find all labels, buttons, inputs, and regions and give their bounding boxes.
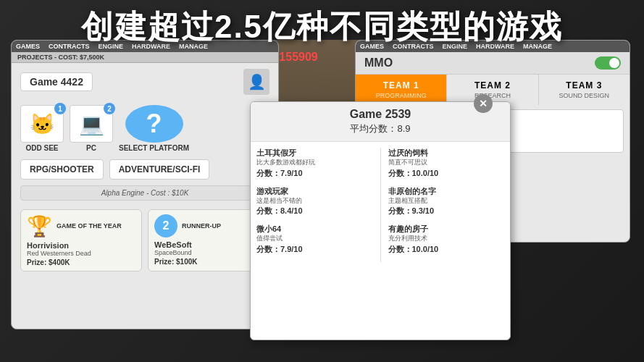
- money-display: -155909: [275, 51, 318, 64]
- review-0-source: 土耳其假牙: [256, 148, 373, 159]
- popup-game-title: Game 2539: [259, 108, 501, 121]
- goty-card: 🏆 Game of the Year Horrivision Red Weste…: [20, 209, 142, 272]
- awards-section: 🏆 Game of the Year Horrivision Red Weste…: [12, 203, 278, 277]
- reviews-divider: [380, 148, 381, 262]
- runner-top: 2 Runner-up: [154, 214, 221, 237]
- popup-content: 土耳其假牙 比大多数游戏都好玩 分数：7.9/10 游戏玩家 这是相当不错的 分…: [251, 142, 510, 268]
- review-r-0-source: 过厌的饲料: [388, 148, 505, 159]
- person-icon: 👤: [243, 69, 269, 95]
- mmo-header: MMO: [356, 52, 630, 75]
- review-r-2-desc: 充分利用技术: [388, 235, 505, 243]
- main-title: 创建超过2.5亿种不同类型的游戏: [0, 6, 644, 49]
- review-r-1-score: 分数：9.3/10: [388, 206, 505, 216]
- pc-label: PC: [86, 144, 96, 152]
- review-1-score: 分数：8.4/10: [256, 206, 373, 216]
- oddsee-icon[interactable]: 🐱 1: [20, 105, 64, 143]
- select-platform-item: ? Select Platform: [119, 105, 189, 152]
- select-platform-label: Select Platform: [119, 144, 189, 152]
- goty-prize: Prize: $400K: [27, 258, 70, 266]
- reviews-left: 土耳其假牙 比大多数游戏都好玩 分数：7.9/10 游戏玩家 这是相当不错的 分…: [256, 148, 373, 262]
- goty-top: 🏆 Game of the Year: [27, 214, 122, 238]
- projects-bar: PROJECTS - COST: $7,500K: [12, 52, 278, 63]
- review-r-1-desc: 主题相互搭配: [388, 197, 505, 206]
- review-2-desc: 值得尝试: [256, 235, 373, 243]
- oddsee-label: Odd See: [25, 144, 58, 152]
- review-0-score: 分数：7.9/10: [256, 168, 373, 179]
- review-r-0-score: 分数：10.0/10: [388, 168, 505, 179]
- engine-bar: Alpha Engine - Cost : $10K: [20, 185, 269, 201]
- genre-row: RPG/Shooter Adventure/Sci-Fi: [12, 156, 278, 182]
- team-3-role: Sound Design: [545, 92, 624, 99]
- runner-product: SpaceBound: [154, 249, 192, 256]
- genre-rpg[interactable]: RPG/Shooter: [20, 159, 104, 180]
- oddsee-badge: 1: [54, 103, 66, 114]
- trophy-icon: 🏆: [27, 214, 52, 238]
- mmo-title: MMO: [364, 56, 393, 70]
- genre-adventure[interactable]: Adventure/Sci-Fi: [109, 159, 210, 180]
- left-panel: Games Contracts Engine Hardware Manage P…: [11, 40, 279, 329]
- review-r-2-source: 有趣的房子: [388, 224, 505, 235]
- team-1-name: Team 1: [361, 80, 440, 90]
- review-r-2-score: 分数：10.0/10: [388, 244, 505, 255]
- pc-badge: 2: [104, 103, 115, 114]
- review-r-0: 过厌的饲料 简直不可思议 分数：10.0/10: [388, 148, 505, 179]
- team-2-role: Research: [453, 92, 532, 99]
- pc-icon[interactable]: 💻 2: [70, 105, 113, 143]
- runner-badge: 2: [154, 214, 177, 237]
- team-2-name: Team 2: [453, 80, 532, 90]
- goty-company: Horrivision: [27, 241, 69, 250]
- team-3-name: Team 3: [545, 80, 624, 90]
- platform-oddsee: 🐱 1 Odd See: [20, 105, 64, 152]
- review-1-source: 游戏玩家: [256, 186, 373, 197]
- goty-product: Red Westerners Dead: [27, 250, 91, 257]
- teams-row: Team 1 Programming Team 2 Research Team …: [356, 75, 630, 105]
- toggle-track: [595, 56, 621, 70]
- reviews-right: 过厌的饲料 简直不可思议 分数：10.0/10 非原创的名字 主题相互搭配 分数…: [388, 148, 505, 262]
- platforms-row: 🐱 1 Odd See 💻 2 PC ? Select Platform: [12, 101, 278, 156]
- review-r-1-source: 非原创的名字: [388, 186, 505, 197]
- review-r-1: 非原创的名字 主题相互搭配 分数：9.3/10: [388, 186, 505, 217]
- game-popup: Game 2539 平均分数：8.9 土耳其假牙 比大多数游戏都好玩 分数：7.…: [250, 101, 511, 340]
- review-2: 微小64 值得尝试 分数：7.9/10: [256, 224, 373, 255]
- team-3-card[interactable]: Team 3 Sound Design: [539, 75, 630, 105]
- review-r-2: 有趣的房子 充分利用技术 分数：10.0/10: [388, 224, 505, 255]
- team-1-role: Programming: [361, 92, 440, 99]
- review-1-desc: 这是相当不错的: [256, 197, 373, 206]
- close-popup-button[interactable]: ✕: [474, 94, 493, 113]
- runner-title: Runner-up: [182, 222, 221, 230]
- game-title-row: Game 4422 👤: [12, 63, 278, 101]
- mmo-toggle[interactable]: [595, 56, 621, 70]
- review-0: 土耳其假牙 比大多数游戏都好玩 分数：7.9/10: [256, 148, 373, 179]
- team-1-card[interactable]: Team 1 Programming: [356, 75, 447, 105]
- runner-company: WeBeSoft: [154, 240, 192, 249]
- platform-pc: 💻 2 PC: [70, 105, 113, 152]
- review-2-source: 微小64: [256, 224, 373, 235]
- team-2-card[interactable]: Team 2 Research: [447, 75, 538, 105]
- review-1: 游戏玩家 这是相当不错的 分数：8.4/10: [256, 186, 373, 217]
- popup-avg-score: 平均分数：8.9: [259, 122, 501, 135]
- review-2-score: 分数：7.9/10: [256, 244, 373, 255]
- game-name[interactable]: Game 4422: [20, 72, 93, 91]
- runner-prize: Prize: $100K: [154, 258, 197, 266]
- select-platform-button[interactable]: ?: [125, 105, 183, 143]
- popup-header: Game 2539 平均分数：8.9: [251, 102, 510, 142]
- review-r-0-desc: 简直不可思议: [388, 159, 505, 167]
- review-0-desc: 比大多数游戏都好玩: [256, 159, 373, 167]
- toggle-thumb: [609, 58, 619, 68]
- goty-title: Game of the Year: [57, 222, 122, 230]
